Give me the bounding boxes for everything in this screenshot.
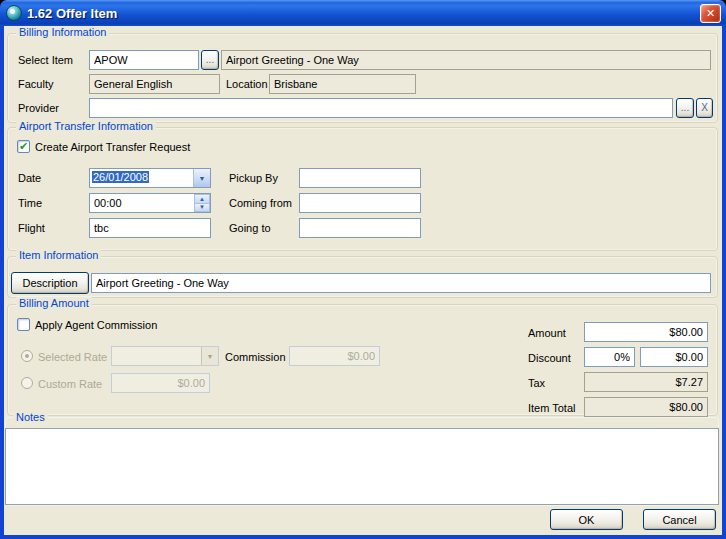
app-icon <box>6 5 22 21</box>
apply-agent-commission-label: Apply Agent Commission <box>35 319 157 331</box>
date-label: Date <box>18 172 41 184</box>
pickup-by-label: Pickup By <box>229 172 278 184</box>
amount-input[interactable] <box>584 322 708 342</box>
selected-rate-value <box>112 347 201 365</box>
description-button[interactable]: Description <box>11 272 89 294</box>
provider-clear-button[interactable]: X <box>696 98 713 118</box>
item-description-display <box>221 50 711 70</box>
selected-rate-dropdown: ▼ <box>111 346 219 366</box>
tax-label: Tax <box>528 377 545 389</box>
selected-rate-chevron-icon: ▼ <box>201 347 218 365</box>
discount-percent-input[interactable] <box>584 347 635 367</box>
commission-label: Commission <box>225 351 286 363</box>
item-description-input[interactable] <box>91 273 711 293</box>
faculty-label: Faculty <box>18 78 53 90</box>
notes-textarea[interactable] <box>5 428 719 505</box>
billing-amount-group: Billing Amount Apply Agent Commission Se… <box>7 304 718 416</box>
location-field <box>269 74 416 94</box>
billing-information-group: Billing Information Select Item ... Facu… <box>7 33 718 123</box>
provider-label: Provider <box>18 102 59 114</box>
select-item-input[interactable] <box>89 50 199 70</box>
time-spinner[interactable]: ▲ ▼ <box>194 194 210 212</box>
check-icon: ✔ <box>19 140 28 152</box>
provider-browse-button[interactable]: ... <box>676 98 694 118</box>
discount-value-input[interactable] <box>640 347 708 367</box>
flight-input[interactable] <box>89 218 211 238</box>
item-total-field <box>584 397 708 417</box>
tax-field <box>584 372 708 392</box>
amount-label: Amount <box>528 327 566 339</box>
selected-rate-label: Selected Rate <box>38 351 107 363</box>
spin-down-icon[interactable]: ▼ <box>194 204 210 213</box>
close-button[interactable]: ✕ <box>700 4 721 23</box>
custom-rate-field <box>111 373 210 393</box>
pickup-by-input[interactable] <box>299 168 421 188</box>
going-to-label: Going to <box>229 222 271 234</box>
select-item-browse-button[interactable]: ... <box>201 50 219 70</box>
going-to-input[interactable] <box>299 218 421 238</box>
date-combo[interactable]: 26/01/2008 ▼ <box>89 168 211 188</box>
item-information-group: Item Information Description <box>7 256 718 298</box>
custom-rate-label: Custom Rate <box>38 378 102 390</box>
discount-label: Discount <box>528 352 571 364</box>
billing-information-title: Billing Information <box>16 26 109 38</box>
time-label: Time <box>18 197 42 209</box>
chevron-down-icon: ▼ <box>199 175 206 182</box>
create-transfer-label: Create Airport Transfer Request <box>35 141 190 153</box>
commission-field <box>289 346 380 366</box>
coming-from-input[interactable] <box>299 193 421 213</box>
billing-amount-title: Billing Amount <box>16 297 92 309</box>
time-input[interactable] <box>89 193 211 213</box>
location-label: Location <box>226 78 268 90</box>
titlebar: 1.62 Offer Item <box>0 0 726 26</box>
close-icon: ✕ <box>706 7 715 19</box>
select-item-label: Select Item <box>18 54 73 66</box>
window-title: 1.62 Offer Item <box>27 6 117 21</box>
cancel-button[interactable]: Cancel <box>643 509 716 530</box>
faculty-field <box>89 74 220 94</box>
flight-label: Flight <box>18 222 45 234</box>
coming-from-label: Coming from <box>229 197 292 209</box>
notes-title: Notes <box>13 411 48 423</box>
item-total-label: Item Total <box>528 402 576 414</box>
airport-transfer-title: Airport Transfer Information <box>16 120 156 132</box>
date-value: 26/01/2008 <box>92 171 149 183</box>
create-transfer-checkbox[interactable]: ✔ <box>17 140 30 153</box>
item-information-title: Item Information <box>16 249 101 261</box>
custom-rate-radio <box>21 377 33 389</box>
spin-up-icon[interactable]: ▲ <box>194 194 210 204</box>
provider-input[interactable] <box>89 98 673 118</box>
airport-transfer-group: Airport Transfer Information ✔ Create Ai… <box>7 127 718 251</box>
apply-agent-commission-checkbox[interactable] <box>17 318 30 331</box>
offer-item-dialog: 1.62 Offer Item ✕ Billing Information Se… <box>0 0 726 539</box>
ok-button[interactable]: OK <box>550 509 623 530</box>
selected-rate-radio <box>21 350 33 362</box>
date-dropdown-button[interactable]: ▼ <box>193 169 210 187</box>
